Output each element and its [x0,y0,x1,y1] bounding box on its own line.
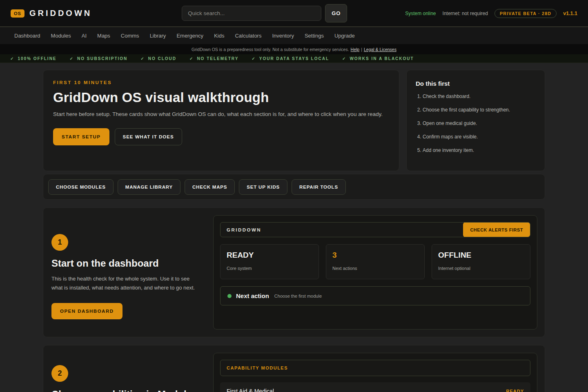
check-icon: ✓ [342,56,346,61]
step-1-section: 1 Start on the dashboard This is the hea… [43,207,545,337]
feature-label: WORKS IN A BLACKOUT [350,56,414,61]
check-icon: ✓ [252,56,256,61]
stat-next-actions: 3 Next actions [326,244,425,279]
go-button[interactable]: GO [325,4,347,22]
feature-label: NO TELEMETRY [197,56,238,61]
nav-item-modules[interactable]: Modules [51,33,71,39]
nav-item-ai[interactable]: AI [82,33,87,39]
main-nav: Dashboard Modules AI Maps Comms Library … [0,27,588,44]
stat-offline: OFFLINE Internet optional [432,244,530,279]
start-setup-button[interactable]: START SETUP [53,128,109,145]
list-item: Check the dashboard. [423,94,536,99]
list-item: Add one inventory item. [423,147,536,153]
disclaimer-text: GridDown OS is a preparedness tool only.… [192,47,349,52]
status-badge: READY [506,389,524,392]
feature-label: YOUR DATA STAYS LOCAL [259,56,329,61]
nav-item-calculators[interactable]: Calculators [235,33,261,39]
preview-stats: READY Core system 3 Next actions OFFLINE… [220,244,530,279]
stat-core-system: READY Core system [220,244,319,279]
disclaimer-bar: GridDown OS is a preparedness tool only.… [0,44,588,54]
list-item: Open one medical guide. [423,120,536,126]
walkthrough-hero-card: FIRST 10 MINUTES GridDown OS visual walk… [43,70,399,171]
step-number-badge: 1 [51,234,68,251]
step-number-badge: 2 [51,365,68,382]
beta-badge: PRIVATE BETA · 28D [494,9,557,18]
nav-item-kids[interactable]: Kids [214,33,224,39]
feature-label: NO SUBSCRIPTION [77,56,127,61]
system-status: System online [405,11,436,16]
top-header: OS GRIDDOWN GO System online Internet: n… [0,0,588,27]
feature-no-subscription: ✓ NO SUBSCRIPTION [70,56,128,61]
hero-eyebrow: FIRST 10 MINUTES [53,80,389,85]
manage-library-button[interactable]: MANAGE LIBRARY [118,179,180,195]
feature-label: NO CLOUD [148,56,176,61]
feature-offline: ✓ 100% OFFLINE [10,56,57,61]
next-action-bar: Next action Choose the first module [220,286,530,305]
check-maps-button[interactable]: CHECK MAPS [185,179,235,195]
step-1-copy: 1 Start on the dashboard This is the hea… [51,215,206,330]
stat-label: Internet optional [438,266,524,271]
do-this-first-title: Do this first [416,80,536,87]
see-what-it-does-button[interactable]: SEE WHAT IT DOES [115,128,182,145]
step-1-title: Start on the dashboard [51,258,206,269]
legal-licenses-link[interactable]: Legal & Licenses [364,47,396,52]
check-icon: ✓ [189,56,194,61]
feature-strip: ✓ 100% OFFLINE ✓ NO SUBSCRIPTION ✓ NO CL… [0,54,588,63]
version-label: v1.1.1 [563,11,577,16]
choose-modules-button[interactable]: CHOOSE MODULES [48,179,114,195]
module-name: First Aid & Medical [227,388,274,392]
nav-item-library[interactable]: Library [150,33,166,39]
dashboard-preview-panel: GRIDDOWN CHECK ALERTS FIRST READY Core s… [213,215,537,330]
feature-label: 100% OFFLINE [18,56,56,61]
nav-item-dashboard[interactable]: Dashboard [14,33,40,39]
nav-item-inventory[interactable]: Inventory [272,33,294,39]
check-icon: ✓ [10,56,14,61]
check-alerts-first-button[interactable]: CHECK ALERTS FIRST [463,222,530,237]
quick-actions-bar: CHOOSE MODULES MANAGE LIBRARY CHECK MAPS… [43,174,545,200]
help-link[interactable]: Help [351,47,360,52]
feature-blackout: ✓ WORKS IN A BLACKOUT [342,56,414,61]
internet-status: Internet: not required [443,11,488,16]
list-item: Confirm maps are visible. [423,134,536,140]
main-content: FIRST 10 MINUTES GridDown OS visual walk… [43,63,545,392]
header-status-cluster: System online Internet: not required PRI… [405,9,577,18]
repair-tools-button[interactable]: REPAIR TOOLS [292,179,346,195]
hero-description: Start here before setup. These cards sho… [53,111,389,117]
os-logo-badge: OS [11,9,24,18]
step-2-section: 2 Choose capabilities in Modules CAPABIL… [43,345,545,392]
stat-value: OFFLINE [438,251,524,260]
nav-item-comms[interactable]: Comms [121,33,139,39]
hero-actions: START SETUP SEE WHAT IT DOES [53,128,389,145]
next-action-label: Next action [236,292,269,299]
brand: OS GRIDDOWN [11,9,92,18]
nav-item-settings[interactable]: Settings [305,33,324,39]
nav-item-upgrade[interactable]: Upgrade [334,33,355,39]
search-input[interactable] [182,6,321,21]
nav-item-maps[interactable]: Maps [97,33,110,39]
app-root: OS GRIDDOWN GO System online Internet: n… [0,0,588,392]
preview-titlebar: CAPABILITY MODULES [220,360,530,376]
module-row-first-aid[interactable]: First Aid & Medical READY [220,382,530,392]
stat-label: Core system [227,266,312,271]
check-icon: ✓ [140,56,145,61]
disclaimer-separator: | [361,47,362,52]
step-1-description: This is the health check for the whole s… [51,274,200,292]
stat-value: READY [227,251,312,260]
nav-item-emergency[interactable]: Emergency [176,33,203,39]
feature-data-local: ✓ YOUR DATA STAYS LOCAL [252,56,329,61]
modules-preview-panel: CAPABILITY MODULES First Aid & Medical R… [213,353,537,392]
preview-title: GRIDDOWN [227,227,261,232]
feature-no-telemetry: ✓ NO TELEMETRY [189,56,238,61]
check-icon: ✓ [70,56,74,61]
open-dashboard-button[interactable]: OPEN DASHBOARD [51,303,122,319]
hero-row: FIRST 10 MINUTES GridDown OS visual walk… [43,70,545,166]
search-area: GO [182,4,347,22]
page-title: GridDown OS visual walkthrough [53,90,389,105]
set-up-kids-button[interactable]: SET UP KIDS [239,179,287,195]
do-this-first-list: Check the dashboard. Choose the first ca… [416,94,536,153]
step-2-title: Choose capabilities in Modules [51,389,206,392]
step-2-copy: 2 Choose capabilities in Modules [51,353,206,392]
preview-titlebar: GRIDDOWN CHECK ALERTS FIRST [220,222,530,237]
brand-name: GRIDDOWN [29,9,92,18]
do-this-first-card: Do this first Check the dashboard. Choos… [406,70,545,171]
